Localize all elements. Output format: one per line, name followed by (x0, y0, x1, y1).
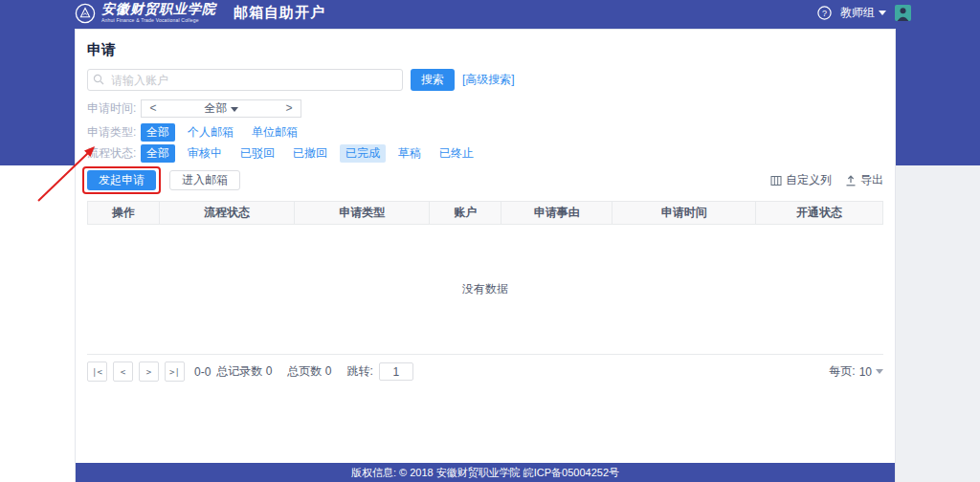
main-content: 申请 搜索 [高级搜索] 申请时间: < 全部 > 申请类型: 全部 (76, 30, 895, 463)
avatar[interactable] (895, 5, 911, 21)
next-page-button[interactable]: > (139, 362, 159, 382)
page-background-right (896, 165, 980, 482)
column-header-apply-type: 申请类型 (295, 202, 430, 225)
column-header-account: 账户 (430, 202, 501, 225)
annotation-red-box: 发起申请 (82, 166, 161, 194)
school-name-block: 安徽财贸职业学院 Anhui Finance & Trade Vocationa… (101, 3, 216, 23)
search-row: 搜索 [高级搜索] (87, 69, 883, 91)
school-name-en: Anhui Finance & Trade Vocational College (101, 18, 216, 23)
column-header-apply-time: 申请时间 (612, 202, 756, 225)
create-application-button[interactable]: 发起申请 (87, 170, 156, 190)
school-name: 安徽财贸职业学院 (101, 3, 216, 16)
status-option-withdrawn[interactable]: 已撤回 (287, 144, 333, 163)
filter-type-label: 申请类型: (87, 124, 141, 141)
help-icon[interactable]: ? (817, 6, 832, 20)
type-option-personal[interactable]: 个人邮箱 (182, 123, 239, 142)
time-value-dropdown[interactable]: 全部 (165, 100, 278, 117)
column-header-apply-reason: 申请事由 (501, 202, 612, 225)
columns-icon (770, 175, 782, 186)
last-page-button[interactable]: >| (165, 362, 185, 382)
table-tools: 自定义列 导出 (770, 172, 883, 188)
status-option-rejected[interactable]: 已驳回 (234, 144, 280, 163)
per-page-label: 每页: (829, 363, 855, 380)
main-panel: 申请 搜索 [高级搜索] 申请时间: < 全部 > 申请类型: 全部 (75, 29, 896, 482)
per-page-select[interactable]: 每页: 10 (829, 363, 883, 380)
export-button[interactable]: 导出 (845, 172, 883, 188)
brand: 安徽财贸职业学院 Anhui Finance & Trade Vocationa… (75, 3, 325, 24)
status-option-draft[interactable]: 草稿 (392, 144, 427, 163)
svg-text:?: ? (822, 9, 827, 18)
chevron-down-icon (231, 107, 238, 112)
export-icon (845, 175, 857, 186)
type-option-all[interactable]: 全部 (141, 123, 175, 142)
user-group-label: 教师组 (840, 5, 875, 21)
first-page-button[interactable]: |< (87, 362, 107, 382)
enter-mailbox-button[interactable]: 进入邮箱 (169, 170, 240, 190)
time-prev-button[interactable]: < (142, 100, 165, 117)
per-page-value: 10 (859, 365, 872, 379)
empty-text: 没有数据 (462, 281, 508, 297)
filter-status-label: 流程状态: (87, 145, 141, 162)
export-label: 导出 (860, 172, 883, 188)
filter-time-label: 申请时间: (87, 100, 141, 117)
applications-table: 操作 流程状态 申请类型 账户 申请事由 申请时间 开通状态 (87, 201, 883, 225)
filter-type-row: 申请类型: 全部 个人邮箱 单位邮箱 (87, 123, 883, 142)
table-empty-state: 没有数据 (87, 225, 883, 355)
search-icon (93, 74, 104, 85)
chevron-down-icon (876, 369, 883, 374)
search-input[interactable] (87, 69, 403, 91)
customize-columns-label: 自定义列 (786, 172, 832, 188)
status-option-all[interactable]: 全部 (141, 144, 175, 163)
total-pages-text: 总页数 0 (287, 363, 331, 380)
user-group-menu[interactable]: 教师组 (840, 5, 886, 21)
record-range-text: 0-0 (194, 365, 211, 379)
pagination-bar: |< < > >| 0-0 总记录数 0 总页数 0 跳转: 每页: 10 (87, 362, 883, 382)
column-header-operation: 操作 (88, 202, 160, 225)
copyright-footer: 版权信息: © 2018 安徽财贸职业学院 皖ICP备05004252号 (76, 463, 895, 482)
jump-label: 跳转: (346, 363, 372, 380)
copyright-text: 版权信息: © 2018 安徽财贸职业学院 皖ICP备05004252号 (351, 466, 619, 480)
jump-page-input[interactable] (379, 362, 413, 381)
filter-status-row: 流程状态: 全部 审核中 已驳回 已撤回 已完成 草稿 已终止 (87, 144, 883, 163)
advanced-search-link[interactable]: [高级搜索] (462, 72, 515, 88)
action-row: 发起申请 进入邮箱 自定义列 导出 (87, 166, 883, 194)
column-header-process-status: 流程状态 (159, 202, 294, 225)
page-title: 申请 (87, 41, 883, 59)
column-header-open-status: 开通状态 (756, 202, 883, 225)
app-title: 邮箱自助开户 (234, 4, 325, 22)
top-navbar: 安徽财贸职业学院 Anhui Finance & Trade Vocationa… (0, 0, 980, 26)
topbar-right: ? 教师组 (817, 5, 911, 21)
time-range-control: < 全部 > (141, 99, 301, 118)
table-header-row: 操作 流程状态 申请类型 账户 申请事由 申请时间 开通状态 (88, 202, 883, 225)
filter-time-row: 申请时间: < 全部 > (87, 99, 883, 118)
customize-columns-button[interactable]: 自定义列 (770, 172, 832, 188)
school-logo-icon (75, 3, 96, 24)
chevron-down-icon (879, 11, 886, 15)
total-records-text: 总记录数 0 (216, 363, 272, 380)
search-box (87, 69, 403, 91)
status-option-terminated[interactable]: 已终止 (434, 144, 479, 163)
search-button[interactable]: 搜索 (411, 69, 455, 91)
type-option-unit[interactable]: 单位邮箱 (246, 123, 303, 142)
status-option-completed[interactable]: 已完成 (340, 144, 386, 163)
time-next-button[interactable]: > (278, 100, 301, 117)
status-option-reviewing[interactable]: 审核中 (182, 144, 228, 163)
prev-page-button[interactable]: < (113, 362, 133, 382)
